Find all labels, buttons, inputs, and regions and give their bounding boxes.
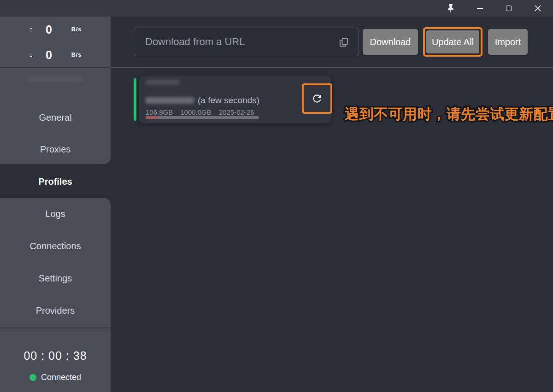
download-speed: ↓ 0 B/s [0, 46, 111, 64]
download-value: 0 [39, 48, 59, 62]
copy-icon [338, 37, 349, 48]
profile-used: 106.8GB [146, 108, 173, 116]
sidebar-item-proxies[interactable]: Proxies [0, 140, 111, 158]
download-button[interactable]: Download [363, 29, 418, 55]
traffic-panel: ↑ 0 B/s ↓ 0 B/s [0, 17, 111, 67]
profile-name-line: (a few seconds) [146, 95, 259, 106]
status-panel: 00 : 00 : 38 Connected [0, 328, 111, 392]
uptime-timer: 00 : 00 : 38 [0, 349, 111, 363]
status-dot-icon [29, 374, 36, 381]
import-button[interactable]: Import [488, 29, 528, 55]
refresh-profile-button[interactable] [307, 88, 327, 109]
connection-status: Connected [0, 373, 111, 382]
upload-value: 0 [39, 23, 59, 36]
profile-stats: 106.8GB 1000.0GB 2025-02-26 [146, 108, 254, 116]
app-window: ↑ 0 B/s ↓ 0 B/s General Proxies Profiles… [0, 0, 553, 392]
close-button[interactable] [526, 0, 549, 17]
pin-icon [447, 4, 454, 13]
close-icon [535, 5, 541, 12]
usage-progress-track [146, 116, 259, 119]
refresh-highlight-box [302, 83, 332, 114]
sidebar: ↑ 0 B/s ↓ 0 B/s General Proxies Profiles… [0, 17, 111, 392]
redacted-profile-title [146, 80, 180, 85]
minimize-button[interactable] [468, 0, 491, 17]
usage-progress-fill [146, 116, 158, 119]
redacted-profile-name [146, 97, 194, 104]
pin-button[interactable] [439, 0, 462, 17]
redacted-logo [27, 76, 82, 82]
upload-arrow-icon: ↑ [23, 25, 39, 34]
minimize-icon [477, 8, 483, 9]
profile-updated-label: (a few seconds) [198, 95, 259, 105]
profile-expire-date: 2025-02-26 [219, 108, 254, 116]
update-all-button[interactable]: Update All [426, 30, 479, 53]
status-label: Connected [41, 373, 81, 382]
refresh-icon [311, 93, 323, 105]
download-unit: B/s [65, 52, 88, 58]
profile-total: 1000.0GB [180, 108, 212, 116]
download-arrow-icon: ↓ [23, 51, 39, 59]
active-profile-indicator [134, 78, 136, 121]
paste-from-clipboard-button[interactable] [337, 36, 350, 49]
main-area: Download Update All Import (a few second… [111, 17, 553, 392]
sidebar-item-connections[interactable]: Connections [0, 237, 111, 255]
sidebar-item-logs[interactable]: Logs [0, 205, 111, 223]
annotation-text: 遇到不可用时，请先尝试更新配置 [345, 102, 553, 126]
upload-speed: ↑ 0 B/s [0, 20, 111, 39]
upload-unit: B/s [65, 26, 88, 33]
sidebar-item-profiles[interactable]: Profiles [0, 172, 111, 191]
titlebar[interactable] [0, 0, 553, 17]
update-all-highlight-box: Update All [423, 27, 482, 57]
url-input[interactable] [134, 28, 359, 56]
maximize-icon [506, 6, 512, 11]
window-controls [433, 0, 549, 17]
sidebar-item-settings[interactable]: Settings [0, 269, 111, 287]
toolbar-divider [111, 67, 553, 68]
maximize-button[interactable] [497, 0, 520, 17]
sidebar-item-general[interactable]: General [0, 108, 111, 127]
sidebar-item-providers[interactable]: Providers [0, 301, 111, 320]
